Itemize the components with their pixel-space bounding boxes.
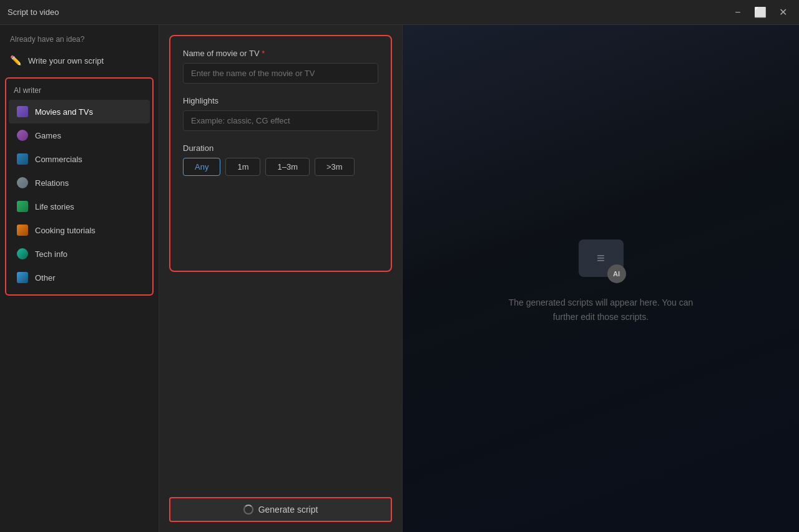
generate-script-button[interactable]: Generate script <box>169 497 392 522</box>
generate-script-label: Generate script <box>258 505 318 515</box>
sidebar-item-games[interactable]: Games <box>9 123 150 147</box>
sidebar-item-movies[interactable]: Movies and TVs <box>9 100 150 123</box>
other-icon <box>16 271 29 284</box>
sidebar-item-tech-label: Tech info <box>35 249 67 259</box>
right-panel: ≡ AI The generated scripts will appear h… <box>403 25 799 532</box>
movie-name-input[interactable] <box>183 63 378 84</box>
duration-group: Duration Any 1m 1–3m >3m <box>183 143 378 176</box>
bottom-actions: Generate script <box>169 487 392 522</box>
spinner-icon <box>243 505 253 515</box>
sidebar-item-movies-label: Movies and TVs <box>35 107 93 117</box>
movies-icon <box>16 105 29 118</box>
duration-options: Any 1m 1–3m >3m <box>183 158 378 176</box>
app-title: Script to video <box>7 7 59 17</box>
sidebar-item-cooking-label: Cooking tutorials <box>35 226 96 235</box>
form-card: Name of movie or TV * Highlights Duratio… <box>169 35 392 272</box>
maximize-button[interactable]: ⬜ <box>752 4 769 21</box>
life-icon <box>16 200 29 213</box>
relations-icon <box>16 177 29 189</box>
title-bar-left: Script to video <box>7 7 59 17</box>
already-have-label: Already have an idea? <box>0 35 159 49</box>
duration-1-3m-button[interactable]: 1–3m <box>265 158 310 176</box>
movie-name-label: Name of movie or TV * <box>183 49 378 58</box>
write-script-label: Write your own script <box>28 56 104 65</box>
duration-any-button[interactable]: Any <box>183 158 220 176</box>
title-bar-controls: − ⬜ ✕ <box>729 4 792 21</box>
center-panel: Name of movie or TV * Highlights Duratio… <box>159 25 403 532</box>
ai-writer-section: AI writer Movies and TVs Games Commercia… <box>5 77 154 296</box>
ai-icon-wrapper: ≡ AI <box>576 233 626 283</box>
minimize-button[interactable]: − <box>729 4 747 21</box>
highlights-group: Highlights <box>183 96 378 131</box>
sidebar-item-other-label: Other <box>35 273 56 283</box>
movie-name-group: Name of movie or TV * <box>183 49 378 84</box>
ai-badge: AI <box>607 264 626 283</box>
sidebar: Already have an idea? ✏️ Write your own … <box>0 25 159 532</box>
app-body: Already have an idea? ✏️ Write your own … <box>0 25 799 532</box>
duration-3m-plus-button[interactable]: >3m <box>315 158 355 176</box>
commercials-icon <box>16 153 29 165</box>
sidebar-item-relations-label: Relations <box>35 178 69 188</box>
highlights-label: Highlights <box>183 96 378 105</box>
ai-writer-label: AI writer <box>6 84 152 100</box>
tech-icon <box>16 248 29 260</box>
cooking-icon <box>16 224 29 236</box>
sidebar-item-relations[interactable]: Relations <box>9 171 150 195</box>
sidebar-item-cooking[interactable]: Cooking tutorials <box>9 218 150 242</box>
required-star: * <box>262 49 265 58</box>
title-bar: Script to video − ⬜ ✕ <box>0 0 799 25</box>
highlights-input[interactable] <box>183 110 378 131</box>
sidebar-item-commercials[interactable]: Commercials <box>9 147 150 171</box>
sidebar-item-life-label: Life stories <box>35 202 74 211</box>
duration-1m-button[interactable]: 1m <box>225 158 260 176</box>
sidebar-item-commercials-label: Commercials <box>35 155 82 164</box>
games-icon <box>16 129 29 142</box>
duration-label: Duration <box>183 143 378 153</box>
write-script-item[interactable]: ✏️ Write your own script <box>0 49 159 72</box>
sidebar-item-tech[interactable]: Tech info <box>9 242 150 266</box>
sidebar-item-life[interactable]: Life stories <box>9 195 150 218</box>
sidebar-item-games-label: Games <box>35 131 61 140</box>
sidebar-item-other[interactable]: Other <box>9 266 150 289</box>
script-text-icon: ≡ <box>597 250 605 266</box>
pencil-icon: ✏️ <box>10 55 22 66</box>
empty-state-text: The generated scripts will appear here. … <box>501 296 701 324</box>
close-button[interactable]: ✕ <box>774 4 792 21</box>
